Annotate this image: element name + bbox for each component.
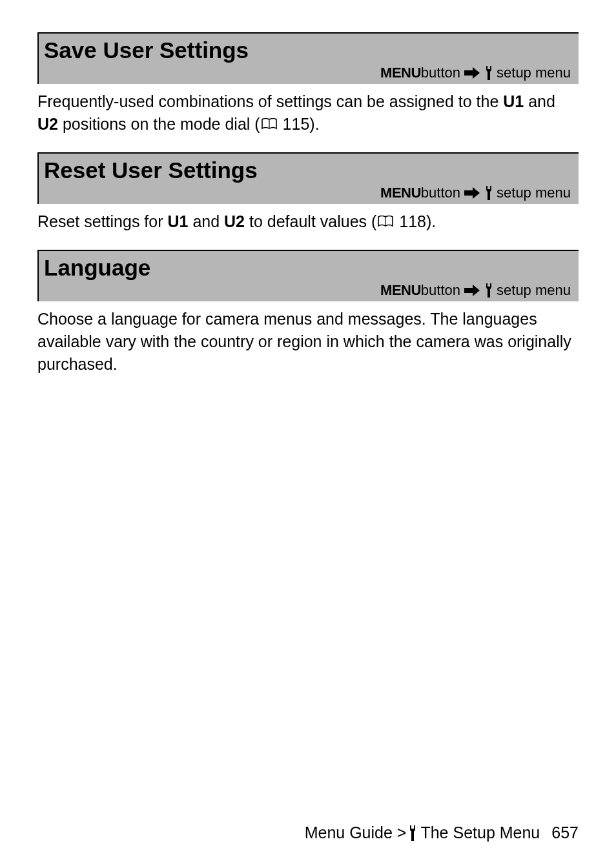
- section-title: Save User Settings: [44, 37, 571, 63]
- section-header: Language MENU button setup menu: [37, 250, 579, 301]
- menu-label: MENU: [380, 185, 421, 201]
- breadcrumb-post: The Setup Menu: [420, 823, 540, 842]
- section-body: Choose a language for camera menus and m…: [37, 301, 579, 376]
- section-body: Reset settings for U1 and U2 to default …: [37, 204, 579, 233]
- arrow-right-icon: [464, 285, 480, 296]
- menu-label: MENU: [380, 282, 421, 299]
- page-number: 657: [551, 823, 579, 842]
- button-word: button: [421, 282, 460, 299]
- breadcrumb-pre: Menu Guide >: [305, 823, 407, 842]
- page-footer: Menu Guide > The Setup Menu 657: [37, 823, 579, 842]
- book-icon: [262, 118, 277, 130]
- body-text: Frequently-used combinations of settings…: [37, 92, 503, 110]
- wrench-icon: [484, 283, 494, 298]
- bold-u2: U2: [224, 212, 245, 230]
- page-ref: 118).: [395, 212, 436, 230]
- page-ref: 115).: [278, 115, 320, 133]
- bold-u1: U1: [503, 92, 524, 110]
- section-nav: MENU button setup menu: [44, 185, 571, 201]
- menu-label: MENU: [380, 65, 421, 81]
- setup-menu-label: setup menu: [497, 282, 571, 299]
- section-save-user-settings: Save User Settings MENU button setup men…: [37, 32, 579, 136]
- page: Save User Settings MENU button setup men…: [0, 0, 616, 868]
- section-nav: MENU button setup menu: [44, 65, 571, 81]
- wrench-icon: [407, 825, 418, 841]
- section-body: Frequently-used combinations of settings…: [37, 84, 579, 136]
- arrow-right-icon: [464, 67, 480, 79]
- body-text: Choose a language for camera menus and m…: [37, 310, 571, 373]
- section-title: Reset User Settings: [44, 157, 571, 183]
- section-header: Save User Settings MENU button setup men…: [37, 32, 579, 84]
- book-icon: [378, 216, 393, 227]
- body-text: and: [524, 92, 555, 110]
- section-title: Language: [44, 255, 571, 281]
- bold-u2: U2: [37, 115, 58, 133]
- setup-menu-label: setup menu: [497, 185, 571, 201]
- body-text: to default values (: [245, 212, 376, 230]
- setup-menu-label: setup menu: [497, 65, 571, 81]
- body-text: Reset settings for: [37, 212, 167, 230]
- section-reset-user-settings: Reset User Settings MENU button setup me…: [37, 152, 579, 233]
- wrench-icon: [484, 186, 494, 200]
- button-word: button: [421, 65, 460, 81]
- body-text: positions on the mode dial (: [58, 115, 260, 133]
- section-nav: MENU button setup menu: [44, 282, 571, 299]
- body-text: and: [188, 212, 224, 230]
- section-header: Reset User Settings MENU button setup me…: [37, 152, 579, 204]
- button-word: button: [421, 185, 460, 201]
- bold-u1: U1: [167, 212, 188, 230]
- arrow-right-icon: [464, 187, 480, 199]
- section-language: Language MENU button setup menu Choose a…: [37, 250, 579, 376]
- wrench-icon: [484, 66, 494, 80]
